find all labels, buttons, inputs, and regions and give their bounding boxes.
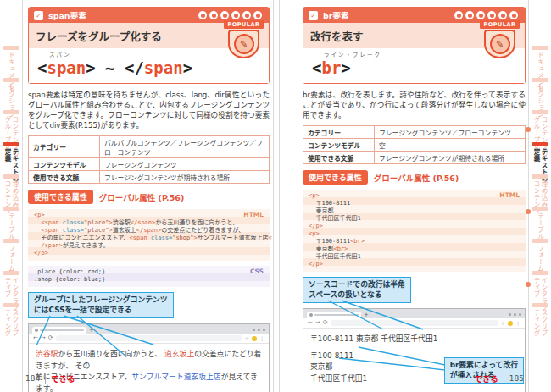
tab-marker — [3, 303, 19, 307]
spec-label: コンテンツモデル — [303, 139, 375, 152]
back-icon: ← — [308, 320, 313, 326]
footer-divider — [504, 373, 504, 384]
spec-value: 空 — [375, 139, 526, 152]
browser-icon-1 — [454, 11, 463, 19]
tab-marker — [3, 110, 19, 114]
bookmark-star-icon: ☆ — [245, 335, 249, 341]
tab-label: テーブル — [537, 213, 544, 240]
spec-table: カテゴリーフレージングコンテンツ／フローコンテンツコンテンツモデル空使用できる文… — [303, 125, 526, 164]
code-line: <p> — [34, 212, 264, 219]
favicon — [309, 313, 313, 317]
browser-icon-5 — [242, 11, 251, 19]
tab-label: スクリプ ティング — [532, 309, 548, 336]
tab-marker — [532, 207, 548, 211]
book-spread: ドキュメントセクションコンテンツの グループ化テキストの 定義埋め込み コンテン… — [0, 0, 551, 392]
chapter-tab: フォーム — [0, 239, 22, 272]
tab-marker — [3, 174, 19, 179]
html-code-block: HTML <p> 〒100-8111 東京都 千代田区千代田1</p><p> 〒… — [303, 190, 526, 272]
forward-icon: → — [41, 335, 46, 341]
tab-marker — [532, 271, 548, 275]
rendered-text-line: 渋谷駅から玉川通りを西に向かうと、 道玄坂上の交差点にたどり着きますが、 その — [36, 349, 262, 372]
new-tab-icon: + — [364, 312, 369, 318]
address-field — [331, 320, 498, 326]
callout-box: ソースコードでの改行は半角 スペースの扱いとなる — [303, 277, 411, 303]
code-language-label: HTML — [499, 191, 520, 199]
rendered-text-line: 〒100-8111 東京都 千代田区千代田1 — [310, 334, 518, 345]
browser-url-bar: ← → ⟳ ☆ ⋮ — [303, 318, 525, 329]
tab-marker — [532, 110, 548, 114]
brand-logo: できる — [475, 373, 498, 384]
element-name: span要素 — [48, 9, 86, 21]
code-line: 千代田区千代田1 — [309, 215, 520, 223]
reload-icon: ⟳ — [48, 335, 53, 341]
chapter-tab: スクリプ ティング — [529, 303, 551, 336]
tab-marker — [532, 303, 548, 307]
window-controls — [509, 313, 521, 316]
spec-label: コンテンツモデル — [29, 158, 100, 171]
browser-icon-3 — [220, 11, 229, 19]
code-line: 東京都<br> — [309, 246, 520, 253]
element-header: ✓ br要素 改行を表す ライン・ブレーク <br> POPULAR ✎ — [303, 7, 526, 84]
tab-marker — [3, 46, 19, 50]
spec-label: カテゴリー — [29, 136, 100, 158]
menu-dots-icon: ⋮ — [515, 320, 520, 326]
spec-value: フレージングコンテンツ／フローコンテンツ — [375, 126, 526, 139]
tab-marker — [3, 207, 19, 211]
browser-support-icons — [198, 11, 262, 19]
footer-left: 184 できる — [25, 373, 75, 384]
popular-label: POPULAR — [224, 20, 264, 29]
footer-right: できる 185 — [475, 373, 525, 384]
code-line: 〒100-8111<br> — [309, 238, 520, 246]
code-line: </p> — [309, 223, 520, 230]
chapter-tab: テーブル — [0, 207, 22, 240]
edge-dot — [526, 282, 531, 287]
spec-value: パルパブルコンテンツ／フレージングコンテンツ／フローコンテンツ — [100, 136, 270, 158]
element-syntax: <br> — [312, 58, 516, 77]
shield-icon: ✎ — [228, 30, 259, 58]
spec-value: フレージングコンテンツ — [100, 158, 270, 171]
code-line: 〒100-8111 — [309, 200, 520, 207]
chapter-tab: フォーム — [529, 239, 551, 272]
reload-icon: ⟳ — [323, 320, 328, 326]
code-line: /span>が見えてきます。 — [34, 242, 264, 250]
tab-marker — [532, 174, 548, 179]
checkbox-icon: ✓ — [34, 11, 43, 20]
spec-row: コンテンツモデルフレージングコンテンツ — [29, 158, 270, 171]
code-line: 東京都 — [309, 207, 520, 215]
element-header: ✓ span要素 フレーズをグループ化する スパン <span> ~ </spa… — [28, 7, 270, 84]
tab-marker — [532, 239, 548, 243]
chapter-tab-strip-left: ドキュメントセクションコンテンツの グループ化テキストの 定義埋め込み コンテン… — [0, 0, 23, 392]
page-right: ✓ br要素 改行を表す ライン・ブレーク <br> POPULAR ✎ br要… — [303, 7, 526, 392]
spec-value: フレージングコンテンツが期待される場所 — [100, 171, 270, 184]
page-number: 184 — [25, 374, 40, 383]
code-line: <p> — [309, 192, 520, 200]
tab-marker — [532, 46, 548, 50]
chapter-tab-strip-right: ドキュメントセクションコンテンツの グループ化テキストの 定義埋め込み コンテン… — [528, 0, 551, 392]
address-field — [56, 335, 242, 341]
tab-label: スクリプ ティング — [3, 309, 19, 336]
back-icon: ← — [33, 335, 38, 341]
rendered-page-text: 渋谷駅から玉川通りを西に向かうと、 道玄坂上の交差点にたどり着きますが、 その角… — [29, 344, 269, 392]
intro-paragraph: span要素は特定の意味を持ちませんが、class、lang、dir属性といった… — [28, 90, 270, 130]
page-gutter-line — [279, 0, 280, 392]
shield-icon: ✎ — [484, 30, 515, 58]
spec-row: カテゴリーフレージングコンテンツ／フローコンテンツ — [303, 126, 526, 139]
code-line: .place {color: red;} — [34, 268, 264, 276]
code-language-label: HTML — [243, 211, 264, 218]
code-language-label: CSS — [250, 268, 264, 275]
attr-value: グローバル属性 (P.56) — [374, 172, 459, 184]
bookmark-star-icon: ☆ — [501, 320, 505, 326]
window-controls — [253, 329, 265, 331]
html-code-block: HTML <p> <span class="place">渋谷駅</span>か… — [28, 209, 270, 261]
tab-label: テーブル — [8, 213, 15, 240]
tab-marker — [3, 271, 19, 275]
browser-icon-1 — [198, 11, 207, 19]
code-line: <span class="place">渋谷駅</span>から玉川通りを西に向… — [34, 219, 264, 227]
spec-row: カテゴリーパルパブルコンテンツ／フレージングコンテンツ／フローコンテンツ — [29, 136, 270, 158]
edge-dot — [526, 127, 531, 132]
browser-icon-4 — [231, 11, 240, 19]
intro-paragraph: br要素は、改行を表します。詩や住所など、改行を伴って表示することが妥当であり、… — [303, 90, 526, 120]
new-tab-icon: + — [89, 327, 94, 334]
browser-icon-3 — [476, 11, 485, 19]
browser-tab — [307, 312, 361, 318]
